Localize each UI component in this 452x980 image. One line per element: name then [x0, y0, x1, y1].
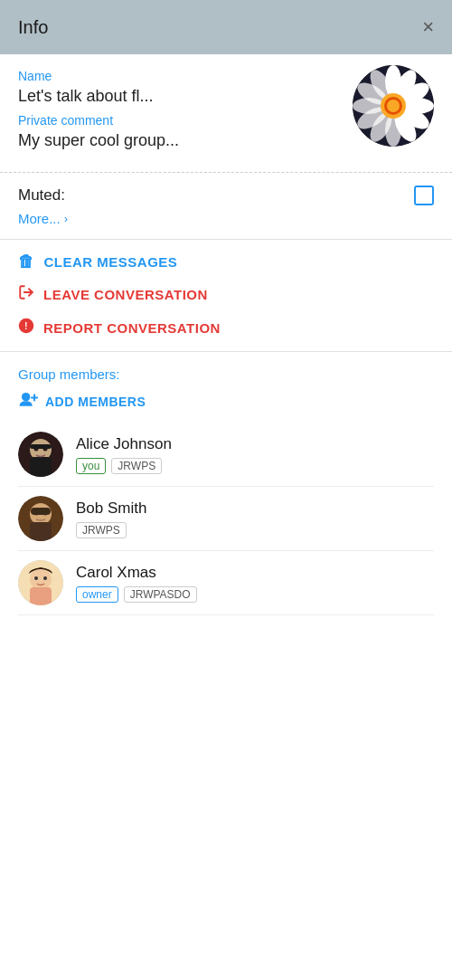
muted-section: Muted: More... ›: [0, 173, 452, 240]
muted-label: Muted:: [18, 186, 65, 205]
member-row: Carol XmasownerJRWPASDO: [18, 551, 434, 615]
svg-rect-24: [30, 457, 52, 477]
muted-checkbox[interactable]: [414, 186, 434, 205]
leave-icon: [18, 284, 34, 305]
more-label: More...: [18, 211, 61, 226]
member-info: Bob SmithJRWPS: [76, 500, 146, 538]
member-row: Alice JohnsonyouJRWPS: [18, 423, 434, 487]
member-info: Alice JohnsonyouJRWPS: [76, 435, 172, 474]
leave-conversation-button[interactable]: LEAVE CONVERSATION: [18, 284, 434, 305]
svg-point-38: [43, 576, 47, 580]
member-tags: youJRWPS: [76, 458, 172, 474]
muted-row: Muted:: [18, 186, 434, 205]
clear-messages-label: CLEAR MESSAGES: [44, 254, 178, 270]
avatar-image: [353, 65, 434, 147]
group-avatar: [353, 65, 434, 147]
trash-icon: 🗑: [18, 252, 35, 271]
report-conversation-label: REPORT CONVERSATION: [43, 320, 221, 336]
more-link[interactable]: More... ›: [18, 211, 434, 226]
members-list: Alice JohnsonyouJRWPS Bob SmithJRWPS Car…: [18, 423, 434, 615]
add-member-icon: [18, 391, 38, 412]
members-header: Group members:: [18, 366, 434, 382]
member-tags: JRWPS: [76, 522, 146, 538]
member-row: Bob SmithJRWPS: [18, 487, 434, 551]
close-button[interactable]: ×: [422, 17, 434, 37]
name-section: Name Let's talk about fl... Private comm…: [0, 54, 452, 173]
member-tag: JRWPS: [111, 458, 162, 474]
svg-point-15: [387, 100, 400, 112]
add-members-button[interactable]: ADD MEMBERS: [18, 391, 146, 412]
svg-rect-36: [30, 587, 52, 605]
member-avatar: [18, 560, 63, 605]
report-conversation-button[interactable]: ! REPORT CONVERSATION: [18, 318, 434, 338]
add-members-label: ADD MEMBERS: [45, 395, 146, 409]
member-info: Carol XmasownerJRWPASDO: [76, 564, 197, 603]
clear-messages-button[interactable]: 🗑 CLEAR MESSAGES: [18, 252, 434, 271]
members-section: Group members: ADD MEMBERS Alice Johnson…: [0, 352, 452, 623]
header: Info ×: [0, 0, 452, 54]
leave-conversation-label: LEAVE CONVERSATION: [43, 287, 208, 302]
member-tag: JRWPASDO: [124, 586, 197, 603]
chevron-right-icon: ›: [64, 212, 68, 225]
svg-point-35: [30, 568, 52, 590]
member-tag: you: [76, 458, 106, 474]
svg-rect-27: [30, 444, 52, 449]
member-name: Alice Johnson: [76, 435, 172, 453]
member-avatar: [18, 496, 63, 541]
member-tag: JRWPS: [76, 522, 127, 538]
actions-section: 🗑 CLEAR MESSAGES LEAVE CONVERSATION ! RE…: [0, 240, 452, 352]
report-icon: !: [18, 318, 34, 338]
svg-point-37: [34, 576, 38, 580]
svg-text:!: !: [24, 320, 28, 331]
member-avatar: [18, 432, 63, 477]
header-title: Info: [18, 17, 48, 38]
member-tags: ownerJRWPASDO: [76, 586, 197, 603]
member-tag: owner: [76, 586, 118, 603]
svg-rect-30: [30, 522, 52, 541]
member-name: Carol Xmas: [76, 564, 197, 582]
svg-rect-33: [31, 508, 51, 515]
member-name: Bob Smith: [76, 500, 146, 518]
svg-point-19: [22, 393, 30, 401]
